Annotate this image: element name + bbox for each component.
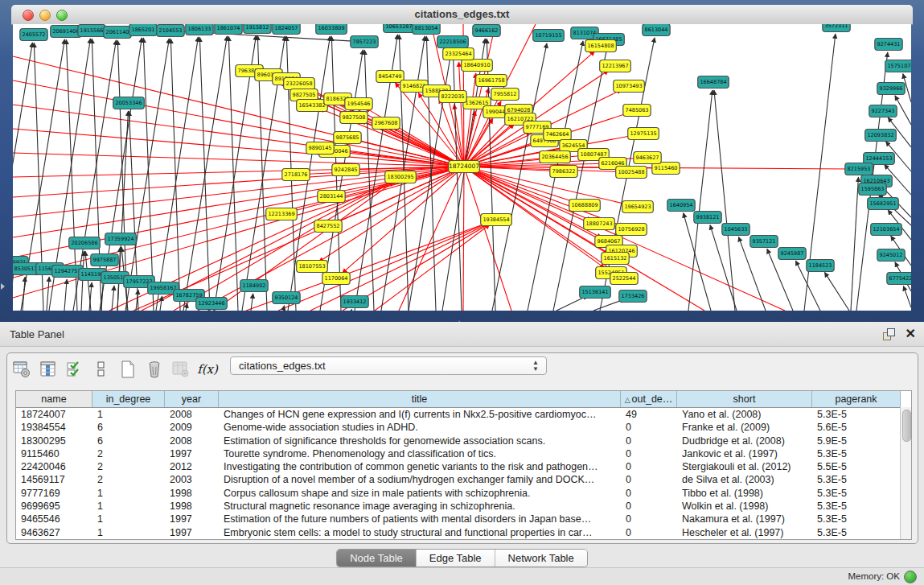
graph-node-9242845[interactable]: 9242845 [332, 164, 359, 176]
graph-node-1595863[interactable]: 1595863 [859, 183, 886, 196]
table-row[interactable]: 1830029562008Estimation of significance … [16, 435, 911, 447]
graph-node-16543382[interactable]: 16543382 [297, 100, 328, 112]
delete-column-icon[interactable] [145, 360, 164, 379]
table-row[interactable]: 1938455462009Genome-wide association stu… [16, 421, 911, 434]
close-panel-icon[interactable]: ✕ [906, 326, 916, 341]
graph-node-12093832[interactable]: 12093832 [865, 130, 897, 142]
column-header-pagerank[interactable]: pagerank [812, 391, 901, 407]
graph-node-20053346[interactable]: 20053346 [113, 97, 145, 109]
table-row[interactable]: 911546021997Tourette syndrome. Phenomeno… [16, 447, 911, 460]
graph-node-1954546[interactable]: 1954546 [345, 98, 372, 110]
graph-node-7955812[interactable]: 7955812 [491, 89, 519, 101]
hidden-panel-grip-icon[interactable] [1, 283, 5, 290]
graph-node-1865201[interactable]: 1865201 [129, 24, 157, 36]
graph-node-18807243[interactable]: 18807243 [584, 218, 615, 230]
table-row[interactable]: 946362711997Embryonic stem cells: a mode… [16, 526, 911, 539]
graph-node-7986322[interactable]: 7986322 [550, 166, 577, 178]
graph-node-2803144[interactable]: 2803144 [318, 191, 345, 203]
graph-node-9827508[interactable]: 9827508 [340, 112, 368, 124]
graph-node-12213967[interactable]: 12213967 [600, 60, 631, 72]
import-table-icon[interactable] [171, 360, 191, 379]
graph-node-12213369[interactable]: 12213369 [266, 208, 298, 220]
column-header-out_de[interactable]: △out_de… [621, 391, 677, 407]
graph-node-9329966[interactable]: 9329966 [877, 83, 905, 95]
graph-node-2718176[interactable]: 2718176 [282, 169, 310, 181]
graph-node-10688809[interactable]: 10688809 [569, 200, 601, 212]
graph-node-20206586[interactable]: 20206586 [69, 237, 101, 249]
graph-node-19654923[interactable]: 19654923 [622, 201, 654, 213]
graph-node-15692951[interactable]: 15692951 [868, 198, 899, 210]
graph-node-19384554[interactable]: 19384554 [481, 214, 512, 226]
column-header-name[interactable]: name [16, 391, 92, 407]
graph-node-15136141[interactable]: 15136141 [580, 286, 611, 299]
table-options-icon[interactable] [12, 360, 31, 379]
graph-node-12103654[interactable]: 12103654 [871, 224, 902, 236]
graph-node-8613044[interactable]: 8613044 [643, 24, 670, 36]
graph-node-16154808[interactable]: 16154808 [585, 40, 617, 52]
graph-node-1615132[interactable]: 1615132 [602, 253, 629, 265]
tab-edge-table[interactable]: Edge Table [417, 550, 495, 566]
column-header-title[interactable]: title [219, 391, 621, 407]
graph-node-23226058[interactable]: 23226058 [284, 78, 315, 90]
graph-node-10719155[interactable]: 10719155 [533, 30, 565, 42]
graph-node-8454749[interactable]: 8454749 [376, 71, 404, 83]
graph-node-8427552[interactable]: 8427552 [314, 220, 342, 233]
graph-node-1640954[interactable]: 1640954 [667, 200, 695, 212]
graph-node-1806133[interactable]: 1806133 [186, 24, 213, 35]
graph-node-10973493[interactable]: 10973493 [614, 80, 645, 93]
graph-node-15751074[interactable]: 15751074 [885, 60, 911, 72]
graph-node-20691406[interactable]: 20691406 [51, 26, 82, 38]
graph-node-2061140[interactable]: 2061140 [104, 27, 131, 39]
float-panel-icon[interactable] [883, 328, 895, 340]
graph-node-1933412[interactable]: 1933412 [341, 296, 368, 308]
graph-node-16961758[interactable]: 16961758 [476, 75, 507, 87]
table-row[interactable]: 946554611997Estimation of the future num… [16, 513, 911, 525]
create-column-icon[interactable] [118, 360, 138, 379]
column-header-short[interactable]: short [677, 391, 812, 407]
graph-node-23325464[interactable]: 23325464 [443, 48, 474, 60]
graph-node-9245987[interactable]: 9245987 [778, 248, 806, 260]
graph-node-18640910[interactable]: 18640910 [462, 60, 493, 72]
graph-node-9466162[interactable]: 9466162 [473, 25, 500, 37]
graph-node-7857223[interactable]: 7857223 [351, 36, 378, 48]
graph-node-7462664[interactable]: 7462664 [544, 129, 571, 141]
column-header-year[interactable]: year [165, 391, 219, 407]
graph-node-10025488[interactable]: 10025488 [616, 167, 647, 179]
graph-node-2967608[interactable]: 2967608 [372, 117, 400, 130]
graph-node-17359924[interactable]: 17359924 [105, 233, 137, 245]
table-row[interactable]: 977716911998Corpus callosum shape and si… [16, 487, 911, 500]
graph-node-6775422[interactable]: 6775422 [887, 273, 911, 285]
graph-node-1915812[interactable]: 1915812 [244, 24, 271, 34]
table-vertical-scrollbar[interactable] [900, 407, 911, 539]
graph-node-9975887[interactable]: 9975887 [91, 254, 118, 266]
graph-node-1184902[interactable]: 1184902 [240, 280, 268, 292]
table-row[interactable]: 1456911722003Disruption of a novel membe… [16, 473, 911, 486]
table-row[interactable]: 2242004622012Investigating the contribut… [16, 460, 911, 473]
network-window-titlebar[interactable]: citations_edges.txt [11, 5, 913, 25]
graph-node-1045633[interactable]: 1045633 [722, 224, 749, 236]
network-view[interactable]: 2405572206914061915566206114018652012104… [13, 24, 911, 311]
graph-node-18300295[interactable]: 18300295 [385, 171, 417, 183]
tab-network-table[interactable]: Network Table [495, 550, 587, 566]
graph-node-8813054[interactable]: 8813054 [413, 24, 440, 35]
graph-node-1733426[interactable]: 1733426 [619, 290, 647, 303]
graph-node-2104553[interactable]: 2104553 [157, 25, 184, 37]
graph-node-20364456[interactable]: 20364456 [540, 151, 571, 163]
graph-node-16033809[interactable]: 16033809 [316, 24, 347, 35]
graph-node-1824057[interactable]: 1824057 [273, 24, 300, 35]
graph-node-18107553[interactable]: 18107553 [297, 261, 328, 273]
graph-node-9938121[interactable]: 9938121 [694, 212, 721, 224]
graph-node-9463627[interactable]: 9463627 [634, 152, 661, 164]
table-selector-dropdown[interactable]: citations_edges.txt ▲▼ [230, 356, 547, 375]
graph-node-18724007[interactable]: 18724007 [449, 161, 480, 173]
select-all-rows-icon[interactable] [65, 360, 84, 379]
graph-node-8222035[interactable]: 8222035 [439, 91, 466, 103]
graph-node-9890145[interactable]: 9890145 [306, 142, 334, 154]
graph-node-10653287[interactable]: 10653287 [384, 24, 415, 33]
clear-selection-icon[interactable] [92, 360, 111, 379]
graph-node-8215953[interactable]: 8215953 [845, 163, 873, 175]
graph-node-16648784[interactable]: 16648784 [698, 76, 729, 89]
column-visibility-icon[interactable] [39, 360, 58, 379]
graph-node-2405572[interactable]: 2405572 [20, 29, 47, 41]
graph-node-10756928[interactable]: 10756928 [616, 224, 647, 236]
